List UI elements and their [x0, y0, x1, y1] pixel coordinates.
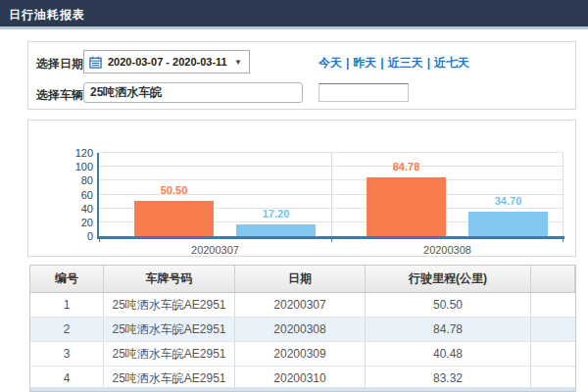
table-header-cell: 编号: [30, 266, 104, 292]
y-tick-label: 100: [56, 161, 93, 172]
y-tick-label: 0: [56, 230, 93, 242]
bar-value-label: 34.70: [464, 195, 553, 207]
chart-bar-mileage-orange[interactable]: [367, 177, 446, 236]
table-cell: 20200308: [235, 318, 366, 341]
plot-right-line: [563, 153, 564, 236]
x-category-label: 20200307: [99, 244, 331, 256]
axis-tick: [331, 236, 332, 242]
y-tick-label: 80: [56, 174, 93, 186]
table-cell: 40.48: [366, 342, 531, 366]
vehicle-select[interactable]: 25吨洒水车皖: [83, 82, 303, 103]
chart-bar-mileage-blue[interactable]: [236, 224, 316, 236]
table-row[interactable]: 325吨洒水车皖AE29512020030940.48: [30, 342, 575, 367]
calendar-icon: [89, 56, 102, 69]
bar-value-label: 17.20: [231, 208, 320, 220]
table-cell: 20200309: [235, 342, 366, 366]
table-cell: 25吨洒水车皖AE2951: [104, 293, 235, 317]
table-cell: 25吨洒水车皖AE2951: [104, 318, 235, 341]
chart-plot-area: 50.5084.7817.2034.70: [99, 153, 564, 236]
filter-panel: 选择日期 2020-03-07 - 2020-03-11 ▼ 今天|昨天|近三天…: [27, 41, 576, 110]
page-title: 日行油耗报表: [0, 0, 588, 29]
table-cell: 20200307: [235, 293, 366, 317]
mileage-table: 编号车牌号码日期行驶里程(公里) 125吨洒水车皖AE2951202003075…: [29, 265, 576, 392]
quick-date-links: 今天|昨天|近三天|近七天: [318, 55, 469, 72]
quick-link-2[interactable]: 昨天: [353, 56, 376, 70]
table-cell: 3: [30, 342, 104, 366]
date-label: 选择日期: [36, 56, 83, 73]
table-cell: 1: [30, 293, 104, 317]
y-tick-label: 120: [56, 147, 93, 159]
table-row[interactable]: 225吨洒水车皖AE29512020030884.78: [30, 318, 575, 342]
group-divider-line: [331, 153, 332, 236]
axis-tick: [99, 236, 100, 242]
link-separator: |: [423, 56, 434, 70]
y-tick-label: 60: [56, 189, 93, 201]
quick-link-4[interactable]: 近七天: [434, 56, 469, 70]
y-tick-label: 40: [56, 203, 93, 215]
table-header-cell: 行驶里程(公里): [366, 266, 531, 292]
chevron-down-icon: ▼: [234, 58, 242, 67]
link-separator: |: [376, 56, 387, 70]
table-cell: [531, 293, 575, 317]
bar-value-label: 84.78: [362, 161, 451, 172]
app-header: 日行油耗报表: [0, 0, 588, 29]
link-separator: |: [342, 56, 353, 70]
quick-link-3[interactable]: 近三天: [388, 56, 423, 70]
table-cell: [531, 342, 575, 366]
chart-bar-mileage-orange[interactable]: [134, 201, 214, 236]
table-cell: [531, 318, 575, 341]
y-axis-line: [97, 153, 99, 239]
table-row[interactable]: 125吨洒水车皖AE29512020030750.50: [30, 293, 575, 318]
table-header-cell: 日期: [235, 266, 366, 292]
vehicle-label: 选择车辆: [36, 87, 83, 104]
bar-value-label: 50.50: [129, 184, 219, 196]
table-header-row: 编号车牌号码日期行驶里程(公里): [30, 266, 575, 293]
table-body: 125吨洒水车皖AE29512020030750.50225吨洒水车皖AE295…: [30, 293, 575, 391]
x-category-label: 20200308: [331, 244, 564, 256]
mileage-chart: 50.5084.7817.2034.70 0204060801001202020…: [27, 120, 576, 257]
y-tick-label: 20: [56, 217, 93, 228]
quick-link-1[interactable]: 今天: [318, 56, 342, 70]
pagination-bar[interactable]: [30, 387, 575, 392]
axis-tick: [563, 236, 564, 242]
date-range-picker[interactable]: 2020-03-07 - 2020-03-11 ▼: [83, 50, 250, 74]
chart-bar-mileage-blue[interactable]: [468, 212, 548, 236]
table-cell: 84.78: [366, 318, 531, 341]
table-cell: 50.50: [366, 293, 531, 317]
date-range-value: 2020-03-07 - 2020-03-11: [108, 56, 227, 68]
search-input[interactable]: [318, 83, 409, 102]
table-header-cell: [531, 266, 575, 292]
table-cell: 25吨洒水车皖AE2951: [104, 342, 235, 366]
table-header-cell: 车牌号码: [104, 266, 235, 292]
table-cell: 2: [30, 318, 104, 341]
